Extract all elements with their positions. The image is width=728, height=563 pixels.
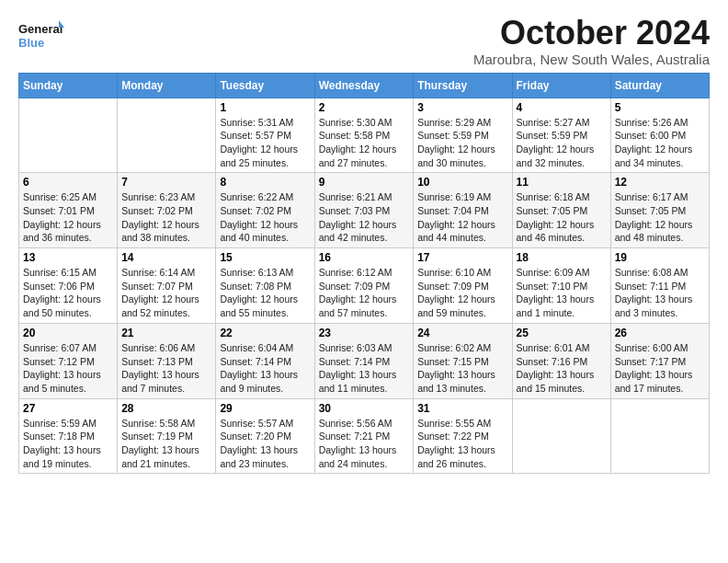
header-row: Sunday Monday Tuesday Wednesday Thursday… <box>19 73 710 98</box>
page-header: General Blue October 2024 Maroubra, New … <box>18 15 710 67</box>
day-detail: Sunrise: 5:55 AMSunset: 7:22 PMDaylight:… <box>417 418 495 469</box>
day-detail: Sunrise: 6:12 AMSunset: 7:09 PMDaylight:… <box>319 267 397 318</box>
location: Maroubra, New South Wales, Australia <box>473 52 710 67</box>
calendar-day-cell: 13Sunrise: 6:15 AMSunset: 7:06 PMDayligh… <box>19 248 118 324</box>
col-friday: Friday <box>512 73 610 98</box>
calendar-day-cell: 12Sunrise: 6:17 AMSunset: 7:05 PMDayligh… <box>610 173 709 248</box>
calendar-day-cell: 23Sunrise: 6:03 AMSunset: 7:14 PMDayligh… <box>314 323 414 398</box>
day-detail: Sunrise: 6:13 AMSunset: 7:08 PMDaylight:… <box>220 267 298 318</box>
day-detail: Sunrise: 6:02 AMSunset: 7:15 PMDaylight:… <box>417 342 495 394</box>
col-monday: Monday <box>118 73 216 98</box>
calendar-day-cell: 26Sunrise: 6:00 AMSunset: 7:17 PMDayligh… <box>610 323 709 398</box>
calendar-day-cell: 5Sunrise: 5:26 AMSunset: 6:00 PMDaylight… <box>610 98 709 173</box>
calendar-day-cell <box>610 398 709 474</box>
calendar-day-cell: 7Sunrise: 6:23 AMSunset: 7:02 PMDaylight… <box>118 173 216 248</box>
calendar-day-cell: 22Sunrise: 6:04 AMSunset: 7:14 PMDayligh… <box>216 323 314 398</box>
calendar-day-cell: 27Sunrise: 5:59 AMSunset: 7:18 PMDayligh… <box>19 398 118 474</box>
day-number: 3 <box>417 101 507 114</box>
day-number: 6 <box>23 176 113 189</box>
calendar-day-cell <box>19 98 118 173</box>
day-number: 9 <box>319 176 410 189</box>
calendar-day-cell: 20Sunrise: 6:07 AMSunset: 7:12 PMDayligh… <box>19 323 118 398</box>
day-detail: Sunrise: 6:25 AMSunset: 7:01 PMDaylight:… <box>23 191 101 243</box>
day-detail: Sunrise: 6:22 AMSunset: 7:02 PMDaylight:… <box>220 191 298 243</box>
calendar-day-cell: 16Sunrise: 6:12 AMSunset: 7:09 PMDayligh… <box>314 248 414 324</box>
calendar-body: 1Sunrise: 5:31 AMSunset: 5:57 PMDaylight… <box>19 98 710 474</box>
calendar-week-row: 1Sunrise: 5:31 AMSunset: 5:57 PMDaylight… <box>19 98 710 173</box>
day-number: 11 <box>517 176 607 189</box>
col-saturday: Saturday <box>610 73 709 98</box>
calendar-day-cell: 21Sunrise: 6:06 AMSunset: 7:13 PMDayligh… <box>118 323 216 398</box>
calendar-day-cell: 6Sunrise: 6:25 AMSunset: 7:01 PMDaylight… <box>19 173 118 248</box>
day-number: 29 <box>220 402 310 415</box>
day-number: 5 <box>615 101 705 114</box>
calendar-week-row: 13Sunrise: 6:15 AMSunset: 7:06 PMDayligh… <box>19 248 710 324</box>
day-number: 23 <box>319 327 410 339</box>
day-detail: Sunrise: 6:09 AMSunset: 7:10 PMDaylight:… <box>517 267 595 318</box>
logo-svg: General Blue <box>18 18 64 52</box>
day-number: 15 <box>220 251 310 264</box>
calendar-day-cell: 10Sunrise: 6:19 AMSunset: 7:04 PMDayligh… <box>414 173 512 248</box>
day-number: 16 <box>319 251 410 264</box>
day-number: 28 <box>121 402 211 415</box>
day-number: 13 <box>23 251 113 264</box>
calendar-week-row: 20Sunrise: 6:07 AMSunset: 7:12 PMDayligh… <box>19 323 710 398</box>
day-detail: Sunrise: 6:00 AMSunset: 7:17 PMDaylight:… <box>615 342 693 394</box>
day-detail: Sunrise: 5:56 AMSunset: 7:21 PMDaylight:… <box>319 418 397 469</box>
calendar-day-cell: 25Sunrise: 6:01 AMSunset: 7:16 PMDayligh… <box>512 323 610 398</box>
calendar-table: Sunday Monday Tuesday Wednesday Thursday… <box>18 73 710 475</box>
day-number: 21 <box>121 327 211 339</box>
col-tuesday: Tuesday <box>216 73 314 98</box>
day-number: 10 <box>417 176 507 189</box>
svg-text:Blue: Blue <box>18 36 44 50</box>
day-detail: Sunrise: 6:04 AMSunset: 7:14 PMDaylight:… <box>220 342 298 394</box>
day-number: 18 <box>517 251 607 264</box>
calendar-day-cell: 19Sunrise: 6:08 AMSunset: 7:11 PMDayligh… <box>610 248 709 324</box>
day-number: 14 <box>121 251 211 264</box>
day-detail: Sunrise: 6:19 AMSunset: 7:04 PMDaylight:… <box>417 191 495 243</box>
day-number: 7 <box>121 176 211 189</box>
day-detail: Sunrise: 6:15 AMSunset: 7:06 PMDaylight:… <box>23 267 101 318</box>
day-number: 30 <box>319 402 410 415</box>
calendar-week-row: 27Sunrise: 5:59 AMSunset: 7:18 PMDayligh… <box>19 398 710 474</box>
day-number: 25 <box>517 327 607 339</box>
day-number: 31 <box>417 402 507 415</box>
day-number: 2 <box>319 101 410 114</box>
day-number: 12 <box>615 176 705 189</box>
day-detail: Sunrise: 6:08 AMSunset: 7:11 PMDaylight:… <box>615 267 693 318</box>
calendar-day-cell: 3Sunrise: 5:29 AMSunset: 5:59 PMDaylight… <box>414 98 512 173</box>
day-detail: Sunrise: 6:23 AMSunset: 7:02 PMDaylight:… <box>121 191 199 243</box>
day-detail: Sunrise: 6:06 AMSunset: 7:13 PMDaylight:… <box>121 342 199 394</box>
svg-text:General: General <box>18 22 63 36</box>
day-number: 27 <box>23 402 113 415</box>
day-number: 26 <box>615 327 705 339</box>
day-detail: Sunrise: 6:03 AMSunset: 7:14 PMDaylight:… <box>319 342 397 394</box>
day-detail: Sunrise: 5:58 AMSunset: 7:19 PMDaylight:… <box>121 418 199 469</box>
day-detail: Sunrise: 5:57 AMSunset: 7:20 PMDaylight:… <box>220 418 298 469</box>
calendar-day-cell: 28Sunrise: 5:58 AMSunset: 7:19 PMDayligh… <box>118 398 216 474</box>
day-number: 24 <box>417 327 507 339</box>
day-detail: Sunrise: 6:01 AMSunset: 7:16 PMDaylight:… <box>517 342 595 394</box>
calendar-day-cell <box>512 398 610 474</box>
calendar-day-cell: 1Sunrise: 5:31 AMSunset: 5:57 PMDaylight… <box>216 98 314 173</box>
col-thursday: Thursday <box>414 73 512 98</box>
calendar-header: Sunday Monday Tuesday Wednesday Thursday… <box>19 73 710 98</box>
day-detail: Sunrise: 6:21 AMSunset: 7:03 PMDaylight:… <box>319 191 397 243</box>
col-sunday: Sunday <box>19 73 118 98</box>
day-number: 22 <box>220 327 310 339</box>
day-detail: Sunrise: 5:30 AMSunset: 5:58 PMDaylight:… <box>319 117 397 168</box>
day-detail: Sunrise: 6:18 AMSunset: 7:05 PMDaylight:… <box>517 191 595 243</box>
title-block: October 2024 Maroubra, New South Wales, … <box>473 15 710 67</box>
day-number: 8 <box>220 176 310 189</box>
calendar-day-cell: 4Sunrise: 5:27 AMSunset: 5:59 PMDaylight… <box>512 98 610 173</box>
calendar-day-cell: 9Sunrise: 6:21 AMSunset: 7:03 PMDaylight… <box>314 173 414 248</box>
day-detail: Sunrise: 5:27 AMSunset: 5:59 PMDaylight:… <box>517 117 595 168</box>
day-detail: Sunrise: 6:17 AMSunset: 7:05 PMDaylight:… <box>615 191 693 243</box>
day-detail: Sunrise: 5:59 AMSunset: 7:18 PMDaylight:… <box>23 418 101 469</box>
calendar-day-cell: 24Sunrise: 6:02 AMSunset: 7:15 PMDayligh… <box>414 323 512 398</box>
calendar-day-cell: 17Sunrise: 6:10 AMSunset: 7:09 PMDayligh… <box>414 248 512 324</box>
day-detail: Sunrise: 6:07 AMSunset: 7:12 PMDaylight:… <box>23 342 101 394</box>
day-detail: Sunrise: 6:10 AMSunset: 7:09 PMDaylight:… <box>417 267 495 318</box>
col-wednesday: Wednesday <box>314 73 414 98</box>
calendar-day-cell: 15Sunrise: 6:13 AMSunset: 7:08 PMDayligh… <box>216 248 314 324</box>
